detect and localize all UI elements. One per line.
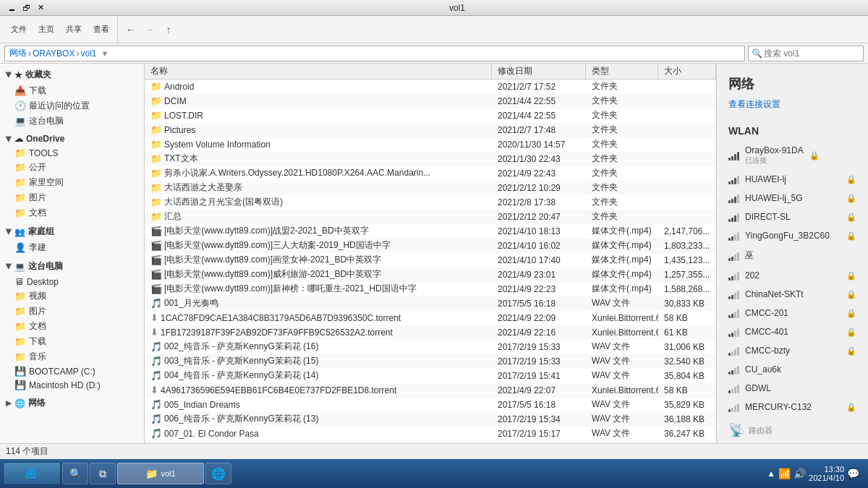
network-item[interactable]: CMCC-401 🔒 xyxy=(717,322,868,341)
table-row[interactable]: 📁 剪杀小说家.A.Writers.Odyssey.2021.HD1080P.X… xyxy=(145,166,716,181)
network-tray-icon[interactable]: 📶 xyxy=(778,468,791,479)
table-row[interactable]: 🎵 007_01. El Condor Pasa 2017/2/19 15:17… xyxy=(145,427,716,441)
notification-icon[interactable]: 💬 xyxy=(847,468,859,479)
network-item[interactable]: HUAWEI-lj_5G 🔒 xyxy=(717,189,868,207)
taskbar-task-view[interactable]: ⧉ xyxy=(90,463,116,484)
col-header-size[interactable]: 大小 xyxy=(658,64,716,79)
table-row[interactable]: 📁 Pictures 2021/2/7 17:48 文件夹 xyxy=(145,123,716,137)
sidebar-item-label: 下载 xyxy=(29,335,46,348)
table-row[interactable]: 🎵 004_纯音乐 - 萨克斯KennyG茉莉花 (14) 2017/2/19 … xyxy=(145,369,716,383)
favorites-header[interactable]: ▶ ★ 收藏夹 xyxy=(0,67,144,83)
sidebar-item-downloads[interactable]: 📁 下载 xyxy=(0,334,144,349)
menu-view[interactable]: 查看 xyxy=(88,22,114,37)
table-row[interactable]: 📁 System Volume Information 2020/11/30 1… xyxy=(145,137,716,152)
network-item[interactable]: CMCC-bzty 🔒 xyxy=(717,341,868,360)
sidebar-item-desktop[interactable]: 🖥 Desktop xyxy=(0,275,144,288)
onedrive-header[interactable]: ▶ ☁ OneDrive xyxy=(0,132,144,146)
nav-back[interactable]: ← xyxy=(122,21,140,38)
file-type: 文件夹 xyxy=(586,181,658,194)
lock-icon: 🔒 xyxy=(846,194,856,203)
menu-file[interactable]: 文件 xyxy=(6,22,32,37)
maximize-button[interactable]: 🗗 xyxy=(20,2,32,14)
wifi-signal xyxy=(728,174,739,184)
table-row[interactable]: ⬇ 1FB17239187F39F2AB92DF73FA9FFB9C526532… xyxy=(145,325,716,340)
network-item[interactable]: 202 🔒 xyxy=(717,266,868,285)
network-item[interactable]: YingGongFu_3B2C60 🔒 xyxy=(717,226,868,245)
address-path-box[interactable]: 网络 › ORAYBOX › vol1 ▼ xyxy=(4,46,745,61)
table-row[interactable]: 🎬 [电影天堂(www.dytt89.com)]新神榜：哪吒重生-2021_HD… xyxy=(145,282,716,296)
table-row[interactable]: 📁 LOST.DIR 2021/4/4 22:55 文件夹 xyxy=(145,108,716,123)
sidebar-item-tools[interactable]: 📁 TOOLS xyxy=(0,146,144,160)
sidebar-item-pics[interactable]: 📁 图片 xyxy=(0,304,144,319)
table-row[interactable]: 🎵 001_月光奏鸣 2017/5/5 16:18 WAV 文件 30,833 … xyxy=(145,296,716,311)
network-item[interactable]: HUAWEI-lj 🔒 xyxy=(717,170,868,189)
sidebar-item-download[interactable]: 📥 下载 xyxy=(0,83,144,98)
address-vol1[interactable]: vol1 xyxy=(80,48,96,59)
table-row[interactable]: 📁 大话西游之大圣娶亲 2021/2/12 10:29 文件夹 xyxy=(145,181,716,195)
taskbar-search[interactable]: 🔍 xyxy=(62,463,88,484)
network-item[interactable]: OrayBox-91DA 已连接 🔒 xyxy=(717,141,868,170)
col-header-name[interactable]: 名称 xyxy=(145,64,492,79)
address-network[interactable]: 网络 xyxy=(9,47,27,59)
network-item[interactable]: 巫 xyxy=(717,245,868,266)
sidebar-item-recent[interactable]: 🕐 最近访问的位置 xyxy=(0,98,144,114)
sidebar-item-lijian[interactable]: 👤 李建 xyxy=(0,240,144,255)
nav-up[interactable]: ↑ xyxy=(160,21,177,38)
taskbar-explorer[interactable]: 📁 vol1 xyxy=(117,463,204,484)
view-connection-settings[interactable]: 查看连接设置 xyxy=(717,98,868,119)
sidebar-item-bootcamp[interactable]: 💾 BOOTCAMP (C:) xyxy=(0,364,144,378)
volume-tray-icon[interactable]: 🔊 xyxy=(793,468,806,479)
sidebar-item-documents[interactable]: 📁 文档 xyxy=(0,319,144,334)
window-controls[interactable]: 🗕 🗗 ✕ xyxy=(6,2,46,14)
sidebar-item-macintosh[interactable]: 💾 Macintosh HD (D:) xyxy=(0,378,144,392)
table-row[interactable]: 🎵 002_纯音乐 - 萨克斯KennyG茉莉花 (16) 2017/2/19 … xyxy=(145,340,716,354)
table-row[interactable]: 🎵 005_Indian Dreams 2017/5/5 16:18 WAV 文… xyxy=(145,398,716,412)
table-row[interactable]: 📁 DCIM 2021/4/4 22:55 文件夹 xyxy=(145,94,716,108)
network-item[interactable]: DIRECT-SL 🔒 xyxy=(717,207,868,226)
start-button[interactable]: ⊞ xyxy=(3,462,61,485)
tray-icon-up[interactable]: ▲ xyxy=(767,468,775,479)
sidebar-item-pictures[interactable]: 📁 图片 xyxy=(0,190,144,205)
homegroup-header[interactable]: ▶ 👥 家庭组 xyxy=(0,223,144,240)
col-header-type[interactable]: 类型 xyxy=(586,64,658,79)
table-row[interactable]: 🎵 006_纯音乐 - 萨克斯KennyG茉莉花 (13) 2017/2/19 … xyxy=(145,412,716,427)
table-row[interactable]: 📁 TXT文本 2021/1/30 22:43 文件夹 xyxy=(145,152,716,166)
nav-forward[interactable]: → xyxy=(141,21,158,38)
table-row[interactable]: ⬇ 4A961736596E594EBB61FC6B4E0E737FD2FBE1… xyxy=(145,383,716,398)
network-item[interactable]: MERCURY-C132 🔒 xyxy=(717,398,868,416)
file-date: 2021/1/30 22:43 xyxy=(492,153,586,165)
search-box[interactable]: 🔍 xyxy=(748,46,864,61)
sidebar-item-videos[interactable]: 📁 视频 xyxy=(0,288,144,304)
sidebar-item-home[interactable]: 📁 家里空间 xyxy=(0,175,144,190)
file-size xyxy=(658,129,716,131)
menu-share[interactable]: 共享 xyxy=(61,22,87,37)
computer-header[interactable]: ▶ 💻 这台电脑 xyxy=(0,258,144,275)
table-row[interactable]: 📁 汇总 2021/2/12 20:47 文件夹 xyxy=(145,210,716,224)
table-row[interactable]: 🎵 003_纯音乐 - 萨克斯KennyG茉莉花 (15) 2017/2/19 … xyxy=(145,354,716,369)
network-item[interactable]: CMCC-201 🔒 xyxy=(717,304,868,322)
table-row[interactable]: 🎬 [电影天堂(www.dytt89.com)]战盟2-2021_BD中英双字 … xyxy=(145,224,716,239)
table-row[interactable]: ⬇ 1CAC78FD9CAE1A384C8B3179A5D6AB7D939635… xyxy=(145,311,716,325)
sidebar-item-thispc[interactable]: 💻 这台电脑 xyxy=(0,114,144,129)
taskbar-browser[interactable]: 🌐 xyxy=(205,463,231,484)
network-item[interactable]: CU_au6k xyxy=(717,360,868,379)
wifi-signal xyxy=(728,193,739,203)
network-item[interactable]: ChinaNet-SKTt 🔒 xyxy=(717,285,868,304)
table-row[interactable]: 🎬 [电影天堂(www.dytt89.com)]三人大劫案-2019_HD国语中… xyxy=(145,239,716,253)
table-row[interactable]: 🎬 [电影天堂(www.dytt89.com)]画堂女神-2021_BD中英双字… xyxy=(145,253,716,267)
wifi-signal xyxy=(728,270,739,281)
table-row[interactable]: 📁 大话西游之月光宝盒(国粤双语) 2021/2/8 17:38 文件夹 xyxy=(145,195,716,210)
table-row[interactable]: 📁 Android 2021/2/7 17:52 文件夹 xyxy=(145,80,716,94)
table-row[interactable]: 🎬 [电影天堂(www.dytt89.com)]威利旅游-2021_BD中英双字… xyxy=(145,267,716,282)
minimize-button[interactable]: 🗕 xyxy=(6,2,17,14)
sidebar-item-docs[interactable]: 📁 文档 xyxy=(0,205,144,221)
address-oraybox[interactable]: ORAYBOX xyxy=(33,48,75,59)
network-header[interactable]: ▶ 🌐 网络 xyxy=(0,395,144,411)
close-button[interactable]: ✕ xyxy=(35,2,46,14)
menu-home[interactable]: 主页 xyxy=(33,22,59,37)
sidebar-item-public[interactable]: 📁 公开 xyxy=(0,160,144,175)
network-item[interactable]: GDWL xyxy=(717,379,868,398)
sidebar-item-music[interactable]: 📁 音乐 xyxy=(0,349,144,364)
search-input[interactable] xyxy=(764,48,868,59)
col-header-date[interactable]: 修改日期 xyxy=(492,64,586,79)
